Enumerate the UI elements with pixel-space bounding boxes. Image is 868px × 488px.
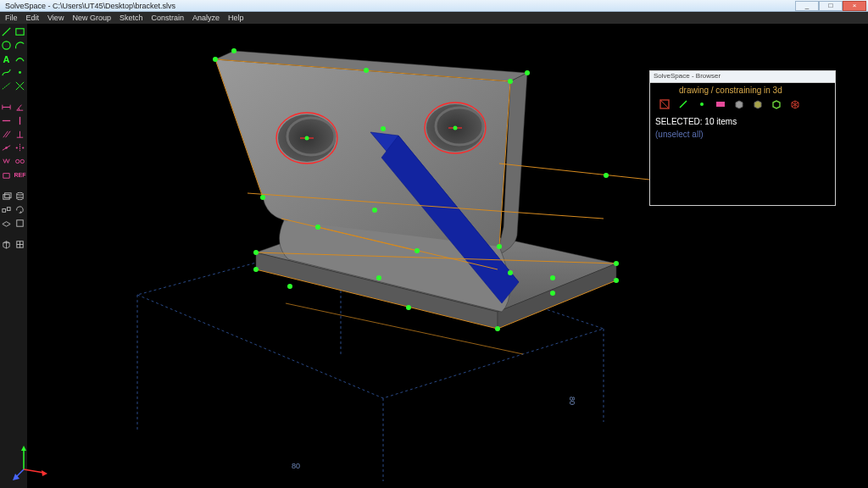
tool-circle[interactable] xyxy=(0,39,13,52)
tool-distance[interactable] xyxy=(0,101,13,114)
tool-ref[interactable]: REF xyxy=(14,169,26,181)
tool-tangent-arc[interactable] xyxy=(14,53,26,65)
menubar: File Edit View New Group Sketch Constrai… xyxy=(0,12,868,24)
tool-split[interactable] xyxy=(14,80,26,92)
tool-symmetric[interactable] xyxy=(14,141,26,154)
svg-point-25 xyxy=(17,192,23,195)
svg-point-19 xyxy=(16,147,18,148)
svg-line-70 xyxy=(24,469,44,473)
svg-point-60 xyxy=(415,248,420,253)
svg-point-49 xyxy=(231,48,236,53)
tool-step-translate[interactable] xyxy=(0,203,13,216)
tool-perpendicular[interactable] xyxy=(14,128,26,141)
browser-unselect-all[interactable]: (unselect all) xyxy=(655,130,830,139)
svg-point-63 xyxy=(550,291,555,296)
workarea: A xyxy=(0,24,868,488)
browser-heading: drawing / constraining in 3d xyxy=(679,86,830,95)
tool-bezier[interactable] xyxy=(0,66,13,79)
tool-line[interactable] xyxy=(0,25,13,38)
browser-icon-point[interactable] xyxy=(696,98,708,110)
minimize-button[interactable]: _ xyxy=(795,1,819,11)
browser-icon-mesh[interactable] xyxy=(789,98,801,110)
svg-point-65 xyxy=(604,173,609,178)
browser-selected-label: SELECTED: xyxy=(655,117,703,126)
tool-point[interactable] xyxy=(14,66,26,79)
svg-point-51 xyxy=(260,195,265,200)
tool-point-on[interactable] xyxy=(0,141,13,154)
tool-other-constraint[interactable] xyxy=(0,169,13,181)
menu-edit[interactable]: Edit xyxy=(26,14,40,22)
tool-rect[interactable] xyxy=(14,25,26,38)
tool-text[interactable]: A xyxy=(0,53,13,65)
svg-line-0 xyxy=(3,28,10,36)
browser-selected-count: 10 items xyxy=(704,117,737,126)
tool-arc[interactable] xyxy=(14,39,26,52)
browser-selected-line: SELECTED: 10 items xyxy=(655,117,830,126)
svg-rect-24 xyxy=(5,193,11,198)
menu-view[interactable]: View xyxy=(47,14,64,22)
svg-point-75 xyxy=(700,103,704,106)
tool-horizontal[interactable] xyxy=(0,114,13,127)
tool-sketch-in-plane[interactable] xyxy=(14,217,26,230)
svg-point-20 xyxy=(22,147,24,148)
property-browser[interactable]: SolveSpace - Browser drawing / constrain… xyxy=(649,70,836,206)
tool-step-rotate[interactable] xyxy=(14,203,26,216)
menu-analyze[interactable]: Analyze xyxy=(192,14,220,22)
svg-point-55 xyxy=(253,267,259,272)
browser-toolbar xyxy=(655,97,830,115)
browser-title: SolveSpace - Browser xyxy=(650,71,835,83)
tool-sketch-in-3d[interactable] xyxy=(0,217,13,230)
svg-point-62 xyxy=(376,275,381,280)
browser-icon-constraint[interactable] xyxy=(715,98,726,110)
toolbar: A xyxy=(0,24,27,488)
window-buttons: _ □ × xyxy=(795,1,866,11)
svg-point-47 xyxy=(364,68,369,73)
svg-point-59 xyxy=(315,225,320,230)
tool-extrude[interactable] xyxy=(0,190,13,202)
browser-icon-line[interactable] xyxy=(677,98,689,110)
menu-sketch[interactable]: Sketch xyxy=(120,14,143,22)
tool-nearest-iso[interactable] xyxy=(0,238,13,251)
tool-lathe[interactable] xyxy=(14,190,26,202)
browser-icon-workplane[interactable] xyxy=(659,98,670,110)
tool-same-orientation[interactable] xyxy=(14,155,26,168)
svg-point-56 xyxy=(495,326,500,331)
svg-line-74 xyxy=(680,101,687,108)
browser-icon-faces[interactable] xyxy=(752,98,764,110)
browser-icon-edges[interactable] xyxy=(771,98,782,110)
titlebar: SolveSpace - C:\Users\UT45\Desktop\brack… xyxy=(0,0,868,12)
menu-help[interactable]: Help xyxy=(228,14,244,22)
svg-point-28 xyxy=(17,197,23,200)
svg-point-39 xyxy=(305,136,309,141)
close-button[interactable]: × xyxy=(843,1,866,11)
menu-constrain[interactable]: Constrain xyxy=(151,14,184,22)
svg-point-3 xyxy=(19,71,21,74)
tool-construction[interactable] xyxy=(0,80,13,92)
tool-vertical[interactable] xyxy=(14,114,26,127)
browser-icon-shaded[interactable] xyxy=(733,98,745,110)
svg-point-17 xyxy=(5,147,8,149)
dim-label-y: 80 xyxy=(568,396,576,405)
svg-point-44 xyxy=(453,126,458,130)
svg-point-57 xyxy=(614,278,619,283)
svg-point-2 xyxy=(3,42,10,49)
svg-point-64 xyxy=(550,275,555,280)
svg-point-46 xyxy=(213,57,218,62)
svg-rect-31 xyxy=(17,220,23,226)
tool-nearest-ortho[interactable] xyxy=(14,238,26,251)
svg-point-61 xyxy=(406,305,411,310)
tool-parallel[interactable] xyxy=(0,128,13,141)
tool-angle[interactable] xyxy=(14,101,26,114)
svg-line-12 xyxy=(3,131,8,137)
menu-file[interactable]: File xyxy=(5,14,18,22)
svg-point-50 xyxy=(525,70,530,75)
dim-label-x: 80 xyxy=(292,462,300,470)
svg-line-73 xyxy=(660,100,669,108)
svg-rect-30 xyxy=(7,208,10,211)
svg-point-52 xyxy=(497,244,502,249)
svg-point-53 xyxy=(253,250,259,255)
svg-point-48 xyxy=(508,79,513,84)
maximize-button[interactable]: □ xyxy=(819,1,843,11)
menu-new-group[interactable]: New Group xyxy=(72,14,111,22)
tool-equal[interactable] xyxy=(0,155,13,168)
